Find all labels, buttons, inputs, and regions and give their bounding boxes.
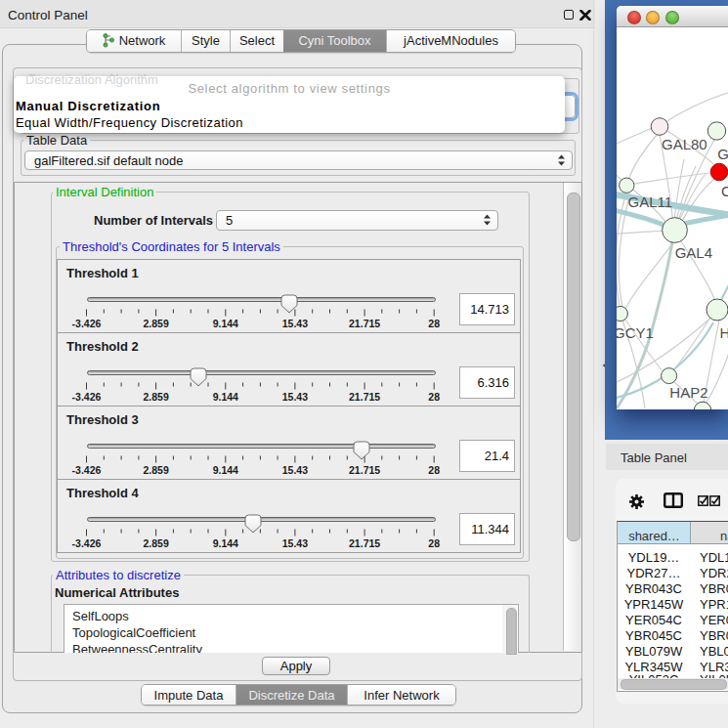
svg-text:C: C (721, 183, 728, 199)
svg-text:H: H (720, 324, 728, 341)
svg-text:GA: GA (717, 146, 728, 162)
svg-text:GAL11: GAL11 (628, 193, 673, 210)
svg-text:GAL4: GAL4 (675, 244, 712, 261)
svg-text:HAP2: HAP2 (669, 384, 707, 401)
svg-text:GCY1: GCY1 (617, 324, 654, 341)
svg-text:GAL80: GAL80 (662, 136, 707, 152)
